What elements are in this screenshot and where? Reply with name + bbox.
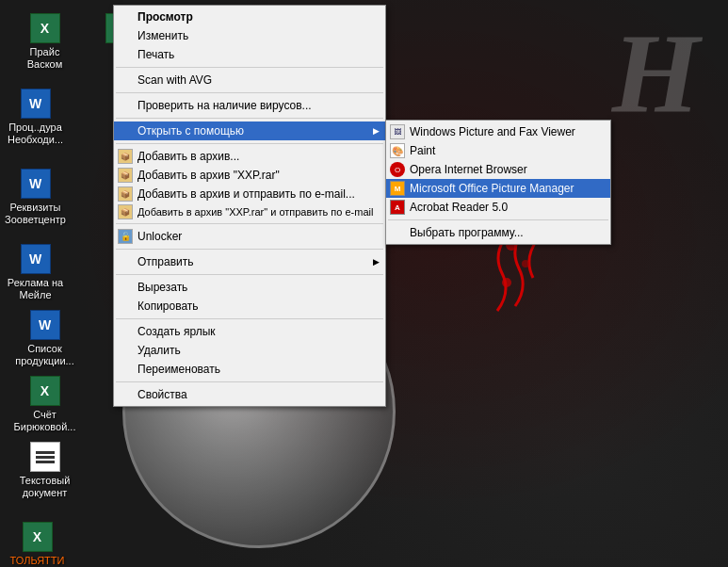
desktop-icon-spisok[interactable]: W Список продукции... [9,306,80,371]
scan-label: Scan with AVG [138,73,212,87]
open-with-label: Открыть с помощью [138,124,244,138]
context-menu-add-email[interactable]: 📦 Добавить в архив и отправить по e-mail… [114,185,385,203]
choose-label: Выбрать программу... [410,226,524,239]
word-icon-4: W [30,310,60,340]
separator-1 [116,67,383,68]
icon-label: Проц..дура Необходи... [4,122,67,146]
desktop-icon-prays-vaskom[interactable]: X Прайс Васком [9,9,80,74]
txt-icon [30,442,60,472]
context-menu-copy[interactable]: Копировать [114,297,385,316]
context-menu-create-shortcut[interactable]: Создать ярлык [114,322,385,341]
wpfv-label: Windows Picture and Fax Viewer [410,125,575,138]
context-menu-delete[interactable]: Удалить [114,341,385,360]
opera-icon: O [390,162,405,177]
paint-icon: 🎨 [390,143,405,158]
context-menu-properties[interactable]: Свойства [114,385,385,404]
edit-label: Изменить [138,29,188,42]
separator-2 [116,92,383,93]
properties-label: Свойства [138,388,187,401]
word-icon: W [21,89,51,119]
add-email-label: Добавить в архив и отправить по e-mail..… [138,187,355,201]
submenu-separator [388,219,608,220]
delete-label: Удалить [138,344,181,357]
wpfv-icon: 🖼 [390,124,405,139]
icon-label: Реквизиты Зооветцентр [4,202,67,226]
icon-label: Текстовый документ [13,475,76,499]
paint-label: Paint [410,144,435,157]
send-to-label: Отправить [138,255,194,268]
context-menu-send-to[interactable]: Отправить [114,252,385,271]
excel-icon-3: X [30,376,60,406]
opera-label: Opera Internet Browser [410,163,527,176]
add-archive-label: Добавить в архив... [138,150,239,163]
archive-icon-2: 📦 [118,168,133,183]
icon-label: Список продукции... [13,343,76,367]
excel-icon-4: X [23,522,53,552]
msoffice-label: Microsoft Office Picture Manager [410,182,574,195]
desktop-icon-reklama[interactable]: W Реклама на Мейле [0,240,71,305]
word-icon-2: W [21,169,51,199]
submenu-paint[interactable]: 🎨 Paint [386,141,610,160]
submenu-opera[interactable]: O Opera Internet Browser [386,160,610,179]
submenu-msoffice[interactable]: M Microsoft Office Picture Manager [386,179,610,198]
desktop-icon-rekvizity[interactable]: W Реквизиты Зооветцентр [0,165,71,230]
submenu-wpfv[interactable]: 🖼 Windows Picture and Fax Viewer [386,122,610,141]
submenu-choose-program[interactable]: Выбрать программу... [386,223,610,242]
word-icon-3: W [21,244,51,274]
context-menu-add-archive[interactable]: 📦 Добавить в архив... [114,147,385,166]
msoffice-icon: M [390,181,405,196]
unlocker-icon: 🔓 [118,229,133,244]
check-virus-label: Проверить на наличие вирусов... [138,99,312,112]
svg-point-3 [522,260,529,267]
icon-label: ТОЛЬЯТТИ JR Заказ от 05... [6,555,69,567]
context-menu-edit[interactable]: Изменить [114,26,385,45]
context-menu-open-with[interactable]: Открыть с помощью 🖼 Windows Picture and … [114,122,385,140]
unlocker-label: Unlocker [138,230,182,243]
cut-label: Вырезать [138,281,187,294]
separator-6 [116,249,383,250]
context-menu-unlocker[interactable]: 🔓 Unlocker [114,227,385,246]
archive-icon-3: 📦 [118,186,133,202]
desktop-icon-procudura[interactable]: W Проц..дура Необходи... [0,85,71,150]
open-label: Просмотр [138,10,193,24]
icon-label: Реклама на Мейле [4,277,67,301]
openwith-submenu: 🖼 Windows Picture and Fax Viewer 🎨 Paint… [385,120,611,245]
copy-label: Копировать [138,300,199,313]
desktop-icon-textdoc[interactable]: Текстовый документ [9,438,80,503]
context-menu-add-xxp[interactable]: 📦 Добавить в архив "ХХP.rar" [114,166,385,185]
desktop-icon-schet[interactable]: X Счёт Бирюковой... [9,372,80,437]
print-label: Печать [138,48,174,61]
icon-label: Счёт Бирюковой... [13,409,76,433]
separator-9 [116,381,383,382]
archive-icon-1: 📦 [118,149,133,164]
honda-logo-bg: H [612,9,700,139]
desktop: H X Прайс Васком X ХХ W Проц..дура Необх… [0,0,728,567]
separator-3 [116,118,383,119]
excel-icon: X [30,13,60,43]
context-menu-rename[interactable]: Переименовать [114,360,385,379]
icon-label: Прайс Васком [13,46,76,71]
context-menu-add-xxp-email[interactable]: 📦 Добавить в архив "ХХP.rar" и отправить… [114,203,385,220]
separator-5 [116,223,383,224]
separator-7 [116,274,383,275]
acrobat-icon: A [390,200,405,215]
svg-point-4 [502,278,511,287]
desktop-icon-tolyatti[interactable]: X ТОЛЬЯТТИ JR Заказ от 05... [2,518,73,567]
create-shortcut-label: Создать ярлык [138,325,216,338]
context-menu-print[interactable]: Печать [114,45,385,64]
add-xxp-label: Добавить в архив "ХХP.rar" [138,169,280,182]
context-menu-check-virus[interactable]: Проверить на наличие вирусов... [114,96,385,115]
archive-icon-4: 📦 [118,204,133,219]
submenu-acrobat[interactable]: A Acrobat Reader 5.0 [386,198,610,217]
separator-4 [116,143,383,144]
context-menu: Просмотр Изменить Печать Scan with AVG П… [113,5,386,407]
rename-label: Переименовать [138,363,220,376]
add-xxp-email-label: Добавить в архив "ХХP.rar" и отправить п… [138,206,373,218]
context-menu-scan[interactable]: Scan with AVG [114,71,385,89]
separator-8 [116,318,383,319]
context-menu-open[interactable]: Просмотр [114,8,385,26]
context-menu-cut[interactable]: Вырезать [114,278,385,297]
acrobat-label: Acrobat Reader 5.0 [410,201,508,214]
